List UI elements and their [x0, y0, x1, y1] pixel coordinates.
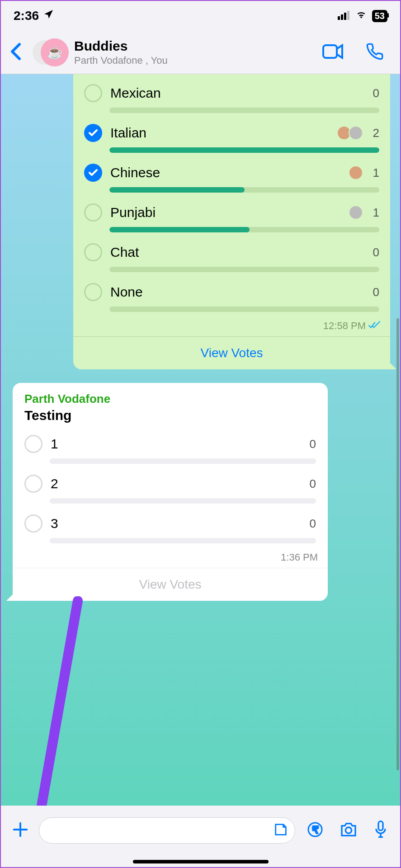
- option-label: Chat: [110, 245, 355, 260]
- poll-option[interactable]: 3 0: [24, 507, 316, 547]
- vote-bar: [109, 307, 379, 312]
- poll-option[interactable]: Chat 0: [84, 236, 379, 276]
- option-count: 1: [373, 206, 379, 220]
- video-call-button[interactable]: [314, 44, 352, 61]
- status-time: 2:36: [14, 9, 39, 23]
- radio-icon[interactable]: [24, 475, 42, 493]
- read-receipt-icon: [368, 320, 380, 332]
- vote-bar: [109, 108, 379, 113]
- back-button[interactable]: [5, 42, 27, 62]
- option-count: 0: [310, 477, 316, 491]
- svg-rect-9: [378, 821, 383, 830]
- poll-option[interactable]: Chinese 1: [84, 156, 379, 196]
- vote-bar: [109, 147, 379, 153]
- option-label: 2: [51, 476, 302, 491]
- message-meta: 1:36 PM: [13, 549, 328, 568]
- option-count: 0: [310, 517, 316, 531]
- option-label: Chinese: [110, 165, 343, 180]
- option-label: Italian: [110, 125, 331, 141]
- home-indicator: [133, 860, 269, 863]
- status-bar: 2:36 53: [1, 1, 400, 31]
- radio-icon[interactable]: [84, 283, 102, 301]
- checkmark-icon[interactable]: [84, 164, 102, 182]
- poll-option[interactable]: Mexican 0: [84, 77, 379, 117]
- vote-bar: [109, 227, 379, 232]
- view-votes-button[interactable]: View Votes: [13, 568, 328, 601]
- voter-avatar: [349, 165, 363, 180]
- option-label: 1: [51, 436, 302, 452]
- chat-area[interactable]: Mexican 0 Italian 2 Chinese 1 Punjabi 1: [1, 74, 400, 806]
- option-count: 0: [373, 86, 379, 100]
- message-input[interactable]: [39, 817, 295, 844]
- option-label: 3: [51, 516, 302, 531]
- vote-bar: [109, 187, 379, 193]
- svg-text:₹: ₹: [312, 825, 318, 835]
- radio-icon[interactable]: [84, 243, 102, 261]
- poll-option[interactable]: None 0: [84, 276, 379, 316]
- scroll-indicator: [396, 318, 399, 770]
- view-votes-button[interactable]: View Votes: [73, 336, 390, 369]
- mic-button[interactable]: [369, 821, 392, 840]
- vote-bar: [50, 458, 316, 464]
- vote-bar: [109, 267, 379, 272]
- vote-bar: [50, 498, 316, 504]
- sticker-button[interactable]: [273, 822, 288, 839]
- chat-title-block[interactable]: Buddies Parth Vodafone , You: [74, 38, 309, 66]
- svg-rect-3: [347, 11, 349, 20]
- group-avatar[interactable]: ☕: [33, 38, 69, 67]
- option-count: 0: [310, 437, 316, 451]
- radio-icon[interactable]: [24, 514, 42, 533]
- svg-rect-0: [338, 16, 340, 20]
- radio-icon[interactable]: [84, 203, 102, 222]
- poll-option[interactable]: Punjabi 1: [84, 196, 379, 236]
- svg-rect-1: [341, 14, 343, 20]
- option-count: 0: [373, 285, 379, 299]
- rupee-button[interactable]: ₹: [302, 821, 328, 840]
- svg-line-5: [37, 601, 78, 806]
- message-meta: 12:58 PM: [73, 317, 390, 336]
- message-time: 12:58 PM: [323, 320, 366, 332]
- poll-option[interactable]: Italian 2: [84, 117, 379, 156]
- outgoing-poll-bubble: Mexican 0 Italian 2 Chinese 1 Punjabi 1: [73, 74, 390, 369]
- chat-title: Buddies: [74, 38, 309, 54]
- radio-icon[interactable]: [84, 84, 102, 102]
- chat-subtitle: Parth Vodafone , You: [74, 55, 309, 66]
- option-count: 0: [373, 245, 379, 259]
- svg-rect-4: [323, 45, 337, 58]
- chat-header: ☕ Buddies Parth Vodafone , You: [1, 31, 400, 74]
- vote-bar: [50, 538, 316, 543]
- annotation-arrow: [24, 596, 87, 806]
- incoming-poll-bubble: Parth Vodafone Testing 1 0 2 0 3 0 1:36 …: [13, 383, 328, 601]
- voice-call-button[interactable]: [358, 42, 392, 62]
- svg-rect-2: [344, 13, 346, 20]
- radio-icon[interactable]: [24, 435, 42, 453]
- poll-option[interactable]: 1 0: [24, 428, 316, 467]
- voter-avatar: [349, 126, 363, 140]
- cellular-icon: [338, 9, 350, 23]
- option-count: 1: [373, 166, 379, 180]
- sender-name: Parth Vodafone: [24, 392, 316, 406]
- option-count: 2: [373, 126, 379, 140]
- poll-option[interactable]: 2 0: [24, 467, 316, 507]
- location-icon: [43, 9, 54, 23]
- option-label: Mexican: [110, 85, 355, 101]
- voter-avatar: [349, 205, 363, 220]
- camera-button[interactable]: [335, 821, 362, 840]
- cup-icon: ☕: [41, 38, 69, 66]
- option-label: Punjabi: [110, 205, 343, 220]
- message-input-bar: ₹: [1, 807, 400, 854]
- svg-point-8: [345, 827, 351, 833]
- poll-title: Testing: [24, 408, 316, 423]
- battery-icon: 53: [372, 10, 387, 22]
- message-time: 1:36 PM: [281, 552, 318, 563]
- option-label: None: [110, 284, 355, 300]
- attach-button[interactable]: [9, 821, 32, 840]
- checkmark-icon[interactable]: [84, 124, 102, 142]
- wifi-icon: [355, 9, 368, 23]
